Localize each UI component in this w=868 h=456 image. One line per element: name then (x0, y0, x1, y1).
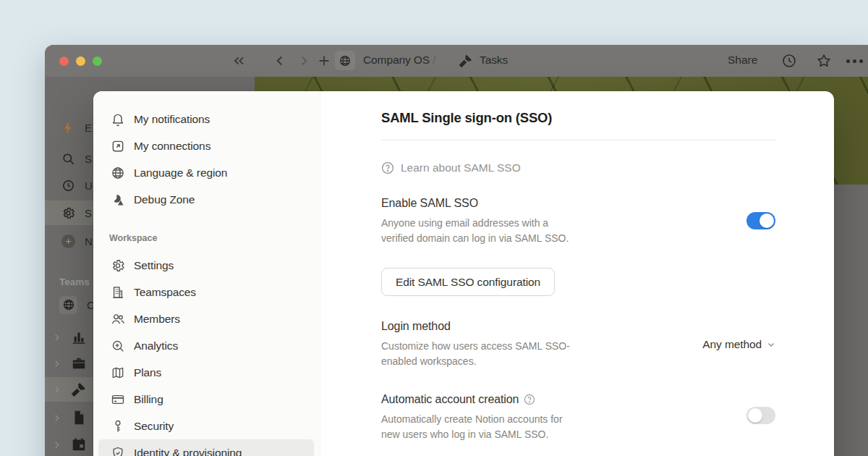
chevron-right-icon (52, 440, 61, 449)
nav-item-analytics[interactable]: Analytics (98, 332, 314, 359)
gear-icon (111, 258, 125, 273)
nav-section-workspace: Workspace (93, 233, 320, 243)
forward-icon[interactable] (296, 53, 312, 69)
nav-item-my-notifications[interactable]: My notifications (98, 106, 314, 132)
automatic-account-creation-section: Automatic account creation Automatically… (381, 392, 775, 442)
workspace-globe-icon[interactable] (335, 51, 355, 70)
tasks-hammer-icon (459, 54, 473, 68)
nav-item-members[interactable]: Members (98, 305, 314, 332)
shapes-icon (111, 193, 125, 207)
chevron-right-icon (52, 385, 61, 394)
window-topbar: Company OS / Tasks Share (45, 45, 868, 77)
building-icon (111, 285, 125, 300)
zoom-window-button[interactable] (93, 56, 102, 66)
search-icon (61, 152, 75, 166)
login-method-description: Customize how users access SAML SSO-enab… (381, 339, 578, 369)
hammer-icon (71, 381, 87, 397)
back-icon[interactable] (272, 53, 288, 69)
toggle-knob (748, 408, 762, 423)
more-ellipsis-icon[interactable] (846, 59, 863, 63)
nav-item-my-connections[interactable]: My connections (98, 132, 314, 159)
lightning-icon (61, 121, 75, 135)
nav-item-security[interactable]: Security (98, 413, 314, 439)
settings-content: SAML Single sign-on (SSO) Learn about SA… (320, 91, 834, 456)
bar-chart-icon (71, 329, 87, 345)
nav-item-language-region[interactable]: Language & region (98, 159, 314, 186)
breadcrumb-separator: / (433, 54, 435, 66)
close-window-button[interactable] (59, 56, 69, 66)
login-method-heading: Login method (381, 318, 578, 334)
chevron-right-icon (52, 413, 61, 423)
breadcrumb-workspace[interactable]: Company OS / (363, 54, 435, 67)
enable-saml-section: Enable SAML SSO Anyone using email addre… (381, 195, 775, 296)
nav-item-billing[interactable]: Billing (98, 386, 314, 413)
chevron-right-icon (52, 333, 61, 342)
enable-saml-description: Anyone using email addresses with a veri… (381, 216, 578, 246)
favorite-star-icon[interactable] (816, 53, 832, 69)
automatic-account-creation-toggle[interactable] (746, 407, 775, 424)
enable-saml-heading: Enable SAML SSO (381, 195, 578, 211)
nav-item-plans[interactable]: Plans (98, 359, 314, 386)
teamspaces-section-label: Teams (59, 276, 90, 287)
learn-about-saml-link[interactable]: Learn about SAML SSO (381, 161, 775, 174)
chevron-right-icon (52, 359, 61, 368)
map-icon (111, 366, 125, 380)
login-method-dropdown[interactable]: Any method (702, 338, 775, 351)
minimize-window-button[interactable] (76, 56, 85, 66)
nav-item-teamspaces[interactable]: Teamspaces (98, 279, 314, 305)
chevron-down-icon (767, 340, 775, 349)
login-method-section: Login method Customize how users access … (381, 318, 775, 369)
enable-saml-toggle[interactable] (746, 212, 775, 229)
globe-icon (62, 298, 75, 311)
analytics-icon (111, 339, 125, 353)
plus-circle-icon: + (61, 235, 75, 248)
divider (381, 140, 775, 140)
clock-icon (61, 179, 75, 193)
help-circle-icon[interactable] (524, 394, 535, 405)
history-clock-icon[interactable] (781, 53, 797, 69)
new-page-icon[interactable] (316, 53, 332, 69)
nav-item-settings[interactable]: Settings (98, 252, 314, 279)
gear-icon (61, 206, 75, 220)
bell-icon (111, 112, 125, 127)
globe-icon (111, 166, 125, 180)
toggle-knob (760, 214, 774, 228)
help-circle-icon (381, 161, 394, 174)
members-icon (111, 312, 125, 326)
nav-item-debug-zone[interactable]: Debug Zone (98, 186, 314, 213)
collapse-sidebar-icon[interactable] (231, 53, 247, 69)
page-title: SAML Single sign-on (SSO) (381, 110, 775, 126)
breadcrumb-page[interactable]: Tasks (480, 54, 508, 67)
edit-saml-configuration-button[interactable]: Edit SAML SSO configuration (381, 268, 555, 296)
automatic-account-creation-heading: Automatic account creation (381, 392, 578, 407)
calendar-icon (71, 436, 87, 452)
shield-check-icon (111, 446, 125, 456)
workspace-initial: E (85, 122, 92, 134)
credit-card-icon (111, 392, 125, 407)
automatic-account-creation-description: Automatically create Notion accounts for… (381, 412, 578, 442)
share-button[interactable]: Share (728, 54, 757, 67)
nav-item-identity-provisioning[interactable]: Identity & provisioning (98, 439, 314, 456)
settings-nav: My notifications My connections Language… (93, 91, 320, 456)
briefcase-icon (71, 355, 87, 371)
connections-icon (111, 139, 125, 153)
settings-modal: My notifications My connections Language… (93, 91, 834, 456)
page-icon (71, 410, 87, 426)
key-icon (111, 419, 125, 434)
